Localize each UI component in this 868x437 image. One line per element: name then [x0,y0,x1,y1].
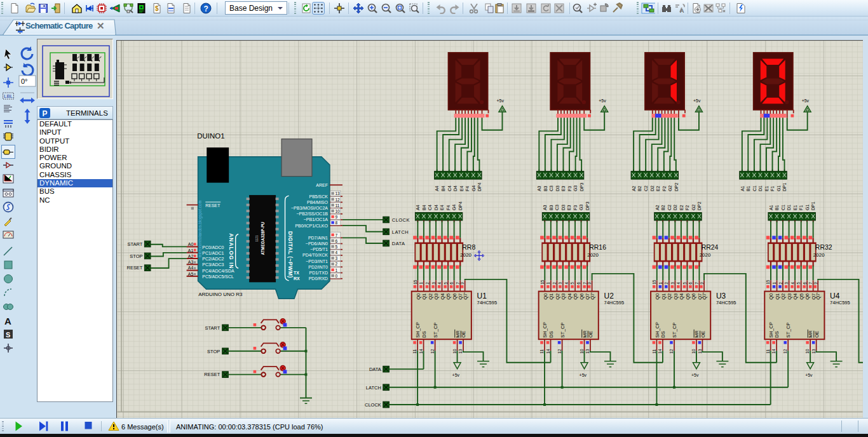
svg-text:DP4: DP4 [458,201,463,210]
svg-text:CLOCK: CLOCK [392,217,410,223]
svg-text:1: 1 [419,282,423,285]
svg-text:LBL: LBL [4,93,13,99]
svg-text:5: 5 [444,282,448,285]
svg-text:ARDUINO UNO R3: ARDUINO UNO R3 [198,292,243,297]
svg-text:C4: C4 [428,205,432,210]
svg-text:RESET: RESET [204,372,220,377]
svg-text:A2: A2 [632,185,636,191]
svg-text:RR16: RR16 [589,244,606,251]
svg-text:F2: F2 [662,186,667,191]
svg-text:ST_CP: ST_CP [672,323,677,338]
svg-text:+5v: +5v [691,373,699,377]
svg-text:4: 4 [437,282,442,285]
svg-text:G3: G3 [573,185,578,191]
svg-text:4: 4 [335,250,337,255]
svg-text:A1: A1 [188,248,194,253]
svg-text:PC2/ADC2: PC2/ADC2 [202,257,224,261]
svg-text:PD1/TXD: PD1/TXD [309,271,327,275]
svg-text:10: 10 [805,349,810,354]
svg-text:2: 2 [664,282,668,285]
svg-text:E2: E2 [679,205,684,210]
svg-text:D4: D4 [434,205,438,210]
svg-text:DS: DS [660,331,666,337]
svg-text:1: 1 [772,282,776,285]
svg-text:?: ? [204,4,208,13]
svg-text:DATA: DATA [392,241,405,246]
svg-text:U4: U4 [830,292,840,300]
svg-text:P: P [43,109,48,118]
svg-text:ATMEGA328P-PU: ATMEGA328P-PU [261,222,265,255]
svg-text:DP1: DP1 [811,201,815,210]
svg-text:A1: A1 [769,205,773,210]
svg-text:C3: C3 [549,185,553,191]
svg-text:C1: C1 [781,205,785,210]
svg-text:E1: E1 [764,185,769,191]
svg-text:Q6: Q6 [579,293,585,300]
svg-text:Q3: Q3 [433,293,439,300]
svg-text:MR: MR [694,330,700,337]
svg-text:6: 6 [803,282,807,285]
svg-text:B1: B1 [775,205,779,210]
svg-text:F4: F4 [446,205,451,210]
svg-text:5: 5 [682,282,687,285]
svg-text:Q0: Q0 [543,293,548,300]
svg-text:Q5: Q5 [799,293,804,300]
svg-text:C3: C3 [555,205,559,210]
svg-text:Q1: Q1 [421,293,427,300]
svg-text:F1: F1 [799,205,803,210]
svg-text:Q3: Q3 [787,293,792,300]
svg-text:Q4: Q4 [440,293,445,300]
svg-text:74HC595: 74HC595 [830,300,850,306]
svg-text:SH_CP: SH_CP [654,322,660,338]
svg-text:A2: A2 [655,205,660,210]
svg-text:10: 10 [335,209,340,213]
svg-text:G3: G3 [579,205,583,210]
svg-text:SH_CP: SH_CP [768,322,774,338]
svg-text:F1: F1 [770,186,775,191]
svg-text:U1: U1 [477,292,487,300]
svg-text:Q1: Q1 [548,293,554,300]
svg-text:RR32: RR32 [815,244,832,251]
svg-text:7: 7 [335,233,337,238]
svg-text:15: 15 [413,279,417,285]
svg-text:A4: A4 [188,266,194,270]
svg-text:4: 4 [676,282,681,285]
svg-text:PC4/ADC4/SDA: PC4/ADC4/SDA [202,269,234,273]
svg-text:A: A [4,316,11,326]
svg-text:PC3/ADC3: PC3/ADC3 [202,263,224,267]
svg-text:Q5: Q5 [685,293,691,300]
svg-text:1121: 1121 [255,235,259,242]
svg-text:RR8: RR8 [462,244,475,251]
svg-text:74HC595: 74HC595 [477,300,498,306]
svg-text:B4: B4 [441,185,445,191]
svg-text:8: 8 [335,220,337,225]
svg-text:5: 5 [570,282,574,285]
svg-text:CLOCK: CLOCK [365,402,381,408]
svg-text:B3: B3 [543,185,548,191]
svg-text:A2: A2 [188,254,194,259]
svg-text:B3: B3 [549,205,553,210]
svg-text:11: 11 [539,349,544,354]
svg-text:3: 3 [431,282,436,285]
svg-text:Q4: Q4 [679,293,684,300]
svg-text:2020: 2020 [460,252,471,258]
svg-text:S: S [6,331,10,339]
svg-text:5: 5 [796,282,801,285]
svg-text:15: 15 [540,279,545,285]
svg-text:RX: RX [294,276,300,281]
svg-text:Q5: Q5 [573,293,578,300]
svg-text:13: 13 [811,349,816,354]
svg-text:D2: D2 [673,205,677,210]
svg-text:C1: C1 [752,185,757,191]
svg-text:Q0: Q0 [654,293,660,300]
svg-text:ANALOG IN: ANALOG IN [228,233,234,269]
svg-text:B2: B2 [637,185,642,191]
svg-text:DATA: DATA [369,366,381,372]
svg-text:7: 7 [808,282,813,285]
svg-text:DS: DS [548,331,554,337]
svg-text:SH_CP: SH_CP [415,322,421,338]
svg-text:6: 6 [335,239,337,243]
svg-text:~PB2/SS/OC1B: ~PB2/SS/OC1B [297,212,329,216]
svg-text:PC0/ADC0: PC0/ADC0 [202,245,224,250]
svg-text:3: 3 [558,282,562,285]
